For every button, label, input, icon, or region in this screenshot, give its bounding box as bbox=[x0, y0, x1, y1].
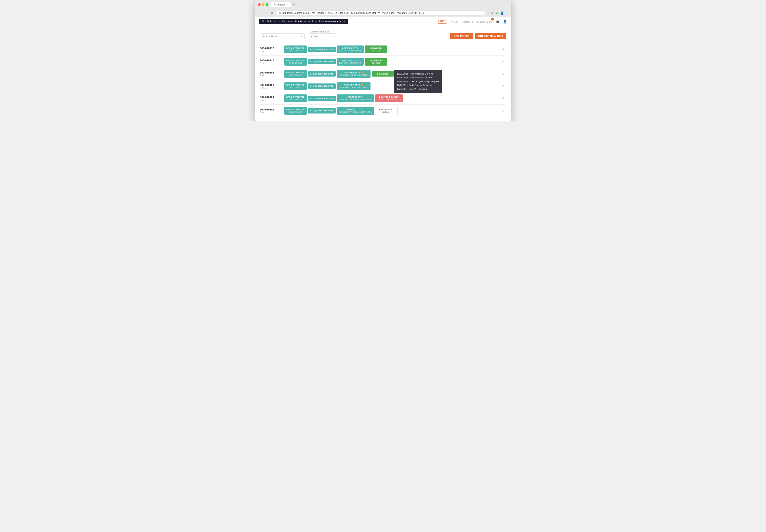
part-rev: Rev 1 bbox=[260, 50, 281, 52]
ordered-qty-chip[interactable]: ORDERED QTY 5 🟠 (DEMO) FULL BEND SHEET M… bbox=[337, 70, 370, 78]
parts-table: 300-010112 Rev 1 RFQ DISTRIBUTED DOUG SH… bbox=[260, 43, 506, 117]
table-row: 300-010111 Rev 1 RFQ DISTRIBUTED DOUG SH… bbox=[260, 56, 506, 68]
part-id-cell: 300-010111 Rev 1 bbox=[260, 59, 284, 64]
active-tab[interactable]: 🔧 Factor ✕ bbox=[271, 2, 291, 7]
star-icon[interactable]: ☆ bbox=[487, 11, 490, 15]
tab-close-icon[interactable]: ✕ bbox=[286, 3, 288, 6]
breadcrumb-project[interactable]: DeLorean - Doc Brown - v17 bbox=[282, 20, 313, 23]
more-icon[interactable]: ⋮ bbox=[505, 11, 508, 15]
part-rev: Rev 1 bbox=[260, 74, 281, 77]
ordered-qty-chip[interactable]: ORDERED QTY 5 (DEMO) EXTRA BENDY SHEET M… bbox=[337, 107, 374, 115]
breadcrumb-assembly[interactable]: Enclosure Assembly bbox=[319, 20, 341, 23]
url-bar[interactable]: 🔒 app.factor.io/parts?groupFilter=4de3ab… bbox=[276, 11, 485, 15]
traffic-lights bbox=[258, 3, 268, 6]
quotes-received-chip[interactable]: 2 / 2 QUOTES RECEIVED bbox=[308, 71, 336, 77]
action-buttons: ADD PARTS CREATE NEW RFQ bbox=[450, 33, 506, 39]
table-row: 300-010109 Rev 1 RFQ DISTRIBUTED DOUG SH… bbox=[260, 80, 506, 92]
user-profile-icon[interactable]: 👤 bbox=[503, 20, 507, 24]
part-id-cell: 300-010109 Rev 1 bbox=[260, 83, 284, 89]
part-rev: Rev 1 bbox=[260, 99, 281, 101]
table-row: 300-010105 Rev 1 RFQ DISTRIBUTED DOUG SH… bbox=[260, 105, 506, 117]
tab-favicon: 🔧 bbox=[274, 3, 277, 6]
ordered-qty-chip[interactable]: ORDERED QTY 5 🟠 (DEMO) FULL BEND SHEET M… bbox=[337, 82, 370, 90]
part-number: 302-010104 bbox=[260, 96, 281, 99]
address-bar-icons: ☆ ⊕ 🧩 👤 ⋮ bbox=[487, 11, 508, 15]
part-status-chips: RFQ DISTRIBUTED DOUG SHULTZ 1 / 1 QUOTES… bbox=[284, 45, 500, 53]
clear-search-icon[interactable]: ✕ bbox=[300, 35, 302, 38]
part-number: 300-010105 bbox=[260, 108, 281, 111]
rfq-distributed-chip[interactable]: RFQ DISTRIBUTED DOUG SHULTZ bbox=[284, 70, 307, 78]
nav-refresh-button[interactable]: ↺ bbox=[270, 11, 274, 15]
rfq-distributed-chip[interactable]: RFQ DISTRIBUTED DOUG SHULTZ bbox=[284, 45, 307, 53]
nav-rfqs[interactable]: RFQS bbox=[451, 20, 458, 23]
delivered-chip[interactable]: DELIVERED bbox=[372, 71, 394, 77]
quotes-received-chip[interactable]: 1 / 1 QUOTES RECEIVED bbox=[308, 108, 336, 114]
quotes-received-chip[interactable]: 2 / 2 QUOTES RECEIVED bbox=[308, 83, 336, 89]
filter-group: Filter Parts by Status Active All Archiv… bbox=[309, 30, 337, 39]
title-bar: 🔧 Factor ✕ + bbox=[255, 0, 511, 9]
row-menu-icon[interactable]: ≡ bbox=[501, 46, 506, 52]
extension-icon[interactable]: ⊕ bbox=[491, 11, 494, 15]
add-parts-button[interactable]: ADD PARTS bbox=[450, 33, 473, 39]
breadcrumb-all-builds[interactable]: All Builds bbox=[267, 20, 277, 23]
url-text: app.factor.io/parts?groupFilter=4de3ab46… bbox=[282, 12, 483, 14]
search-input[interactable] bbox=[262, 35, 300, 38]
quotes-received-chip[interactable]: 1 / 1 QUOTES RECEIVED bbox=[308, 59, 336, 64]
part-id-cell: 300-010108 Rev 1 bbox=[260, 71, 284, 77]
grid-view-icon[interactable]: ⊞ bbox=[496, 20, 499, 24]
settings-icon[interactable]: ⚙ bbox=[343, 20, 345, 23]
part-number: 300-010111 bbox=[260, 59, 281, 62]
nav-forward-button[interactable]: → bbox=[264, 11, 268, 15]
rfq-distributed-chip[interactable]: RFQ DISTRIBUTED DOUG SHULTZ bbox=[284, 82, 307, 90]
create-rfq-button[interactable]: CREATE NEW RFQ bbox=[475, 33, 506, 39]
part-rev: Rev 1 bbox=[260, 87, 281, 89]
close-button[interactable] bbox=[258, 3, 261, 6]
delivered-chip[interactable]: DELIVERED 12/2/2021 bbox=[365, 58, 387, 66]
part-number: 300-010108 bbox=[260, 71, 281, 74]
part-status-chips: RFQ DISTRIBUTED DOUG SHULTZ 2 / 2 QUOTES… bbox=[284, 82, 500, 90]
maximize-button[interactable] bbox=[266, 3, 268, 6]
part-id-cell: 300-010105 Rev 1 bbox=[260, 108, 284, 114]
row-menu-icon[interactable]: ≡ bbox=[501, 95, 506, 101]
part-number: 300-010109 bbox=[260, 83, 281, 87]
status-filter-select[interactable]: Active All Archived Pending bbox=[309, 34, 337, 39]
puzzle-icon[interactable]: 🧩 bbox=[495, 11, 499, 15]
new-tab-button[interactable]: + bbox=[292, 2, 296, 7]
row-menu-icon[interactable]: ≡ bbox=[501, 108, 506, 114]
tab-bar: 🔧 Factor ✕ + bbox=[271, 2, 508, 7]
nav-orders[interactable]: ORDERS bbox=[462, 20, 473, 23]
ordered-qty-chip[interactable]: ORDERED QTY 5 (DEMO) EXTRA BENDY SHEET M… bbox=[337, 94, 374, 102]
part-id-cell: 300-010112 Rev 1 bbox=[260, 47, 284, 52]
messages-badge: 3 bbox=[491, 18, 494, 21]
filter-select-wrapper: Active All Archived Pending ▾ bbox=[309, 34, 337, 39]
est-delivery-chip[interactable]: EST DELIVERY 12/2/2021 bbox=[375, 107, 398, 115]
table-row: 300-010112 Rev 1 RFQ DISTRIBUTED DOUG SH… bbox=[260, 43, 506, 56]
avatar-icon[interactable]: 👤 bbox=[500, 11, 504, 15]
table-row: 302-010104 Rev 1 RFQ DISTRIBUTED DOUG SH… bbox=[260, 92, 506, 105]
ordered-qty-chip[interactable]: ORDERED QTY 5 JUST IN TIME MACHINING bbox=[337, 45, 364, 53]
delayed-delivery-chip[interactable]: DELAYED DELIVERY 12/2/2021 (WAS 11/23/20… bbox=[375, 94, 403, 102]
row-menu-icon[interactable]: ≡ bbox=[501, 71, 506, 77]
part-status-chips: RFQ DISTRIBUTED DOUG SHULTZ 1 / 1 QUOTES… bbox=[284, 107, 500, 115]
part-status-chips: RFQ DISTRIBUTED DOUG SHULTZ 1 / 2 QUOTES… bbox=[284, 94, 500, 102]
rfq-distributed-chip[interactable]: RFQ DISTRIBUTED DOUG SHULTZ bbox=[284, 107, 307, 115]
nav-messages-wrapper: MESSAGES 3 bbox=[477, 20, 492, 23]
quotes-received-chip[interactable]: 1 / 1 QUOTES RECEIVED bbox=[308, 47, 336, 52]
rfq-distributed-chip[interactable]: RFQ DISTRIBUTED DOUG SHULTZ bbox=[284, 58, 307, 66]
nav-back-button[interactable]: ← bbox=[258, 11, 262, 15]
breadcrumb: ☰ All Builds → DeLorean - Doc Brown - v1… bbox=[259, 19, 348, 24]
ordered-qty-chip[interactable]: ORDERED QTY 5 JUST IN TIME MACHINING bbox=[337, 58, 364, 66]
minimize-button[interactable] bbox=[262, 3, 264, 6]
row-menu-icon[interactable]: ≡ bbox=[501, 83, 506, 89]
quotes-received-chip[interactable]: 1 / 2 QUOTES RECEIVED bbox=[308, 96, 336, 101]
app-header: ☰ All Builds → DeLorean - Doc Brown - v1… bbox=[255, 17, 511, 26]
main-content: ✕ Filter Parts by Status Active All Arch… bbox=[255, 26, 511, 121]
search-wrapper: ✕ bbox=[260, 34, 305, 39]
part-status-chips: RFQ DISTRIBUTED DOUG SHULTZ 1 / 1 QUOTES… bbox=[284, 58, 500, 66]
row-menu-icon[interactable]: ≡ bbox=[501, 59, 506, 65]
part-rev: Rev 1 bbox=[260, 62, 281, 64]
rfq-distributed-chip[interactable]: RFQ DISTRIBUTED DOUG SHULTZ bbox=[284, 94, 307, 102]
nav-messages[interactable]: MESSAGES bbox=[477, 20, 492, 23]
nav-parts[interactable]: PARTS bbox=[438, 20, 447, 24]
delivered-chip[interactable]: DELIVERED 12/2/2021 bbox=[365, 45, 387, 53]
